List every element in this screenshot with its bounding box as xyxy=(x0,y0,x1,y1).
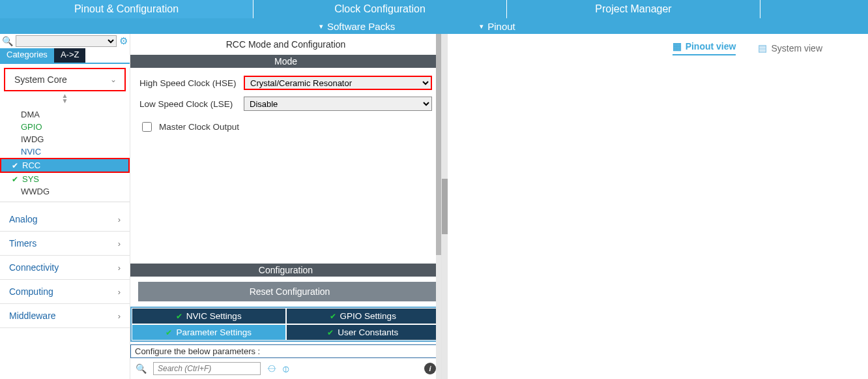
info-icon[interactable]: i xyxy=(424,363,436,374)
chevron-right-icon: › xyxy=(118,287,121,297)
tree-item-iwdg[interactable]: IWDG xyxy=(0,133,130,145)
search-icon: 🔍 xyxy=(136,363,147,374)
search-prev-icon[interactable]: ⦵ xyxy=(267,363,276,374)
dropdown-software-packs-label: Software Packs xyxy=(327,21,395,32)
category-system-core-label: System Core xyxy=(14,74,67,85)
check-icon: ✔ xyxy=(166,328,172,337)
configure-below-label: Configure the below parameters : xyxy=(130,344,441,358)
hse-select[interactable]: Crystal/Ceramic Resonator xyxy=(244,76,432,90)
category-connectivity-label: Connectivity xyxy=(9,262,59,273)
mco-label: Master Clock Output xyxy=(159,122,239,132)
gear-icon[interactable]: ⚙ xyxy=(119,35,128,47)
dropdown-pinout-label: Pinout xyxy=(487,21,515,32)
tab-clock-config[interactable]: Clock Configuration xyxy=(253,0,507,18)
tab-a-to-z[interactable]: A->Z xyxy=(54,48,86,63)
tree-item-rcc[interactable]: ✔ RCC xyxy=(0,158,130,173)
tab-project-manager[interactable]: Project Manager xyxy=(507,0,760,18)
check-icon: ✔ xyxy=(330,312,336,321)
tree-item-gpio[interactable]: GPIO xyxy=(0,121,130,133)
chevron-right-icon: › xyxy=(118,311,121,321)
lse-select[interactable]: Disable xyxy=(244,97,432,111)
pinout-panel: ▦ Pinout view ▤ System view RCC_OSC_IN R… xyxy=(442,34,868,379)
search-next-icon[interactable]: ⦶ xyxy=(283,363,289,374)
scrollbar[interactable] xyxy=(442,34,448,379)
peripheral-search-select[interactable] xyxy=(16,35,117,47)
pinout-view-label: Pinout view xyxy=(686,41,736,52)
chevron-right-icon: › xyxy=(118,215,121,224)
category-middleware-label: Middleware xyxy=(9,311,56,321)
tree-item-dma[interactable]: DMA xyxy=(0,108,130,121)
chevron-right-icon: › xyxy=(118,239,121,249)
category-system-core[interactable]: System Core ⌄ xyxy=(4,68,126,91)
system-view-button[interactable]: ▤ System view xyxy=(758,40,822,55)
chevron-down-icon: ⌄ xyxy=(110,75,117,84)
check-icon: ✔ xyxy=(327,328,334,337)
tree-item-rcc-label: RCC xyxy=(22,160,40,170)
pinout-view-button[interactable]: ▦ Pinout view xyxy=(673,40,736,55)
tab-pinout-config[interactable]: Pinout & Configuration xyxy=(0,0,253,18)
chip-icon: ▦ xyxy=(673,40,682,52)
category-computing-label: Computing xyxy=(9,286,53,297)
hse-label: High Speed Clock (HSE) xyxy=(139,78,244,88)
section-mode-header: Mode xyxy=(130,55,441,68)
peripheral-tree-panel: 🔍 ⚙ Categories A->Z System Core ⌄ ▲▼ DMA… xyxy=(0,34,130,379)
section-configuration-header: Configuration xyxy=(130,264,441,277)
tree-item-sys[interactable]: ✔ SYS xyxy=(0,173,130,185)
tab-gpio-settings[interactable]: ✔GPIO Settings xyxy=(286,308,441,324)
dropdown-software-packs[interactable]: ▾ Software Packs xyxy=(319,21,395,32)
category-analog-label: Analog xyxy=(9,214,38,224)
tab-parameter-settings[interactable]: ✔Parameter Settings xyxy=(132,324,286,341)
dropdown-pinout[interactable]: ▾ Pinout xyxy=(480,21,515,32)
scrollbar[interactable] xyxy=(436,34,441,379)
category-middleware[interactable]: Middleware› xyxy=(0,304,130,328)
check-icon: ✔ xyxy=(9,161,18,170)
search-icon: 🔍 xyxy=(2,36,13,46)
reset-configuration-button[interactable]: Reset Configuration xyxy=(138,282,441,301)
tree-updown-icon[interactable]: ▲▼ xyxy=(0,91,130,106)
check-icon: ✔ xyxy=(176,312,182,321)
category-timers-label: Timers xyxy=(9,238,36,249)
check-icon: ✔ xyxy=(9,175,18,184)
category-analog[interactable]: Analog› xyxy=(0,207,130,232)
category-connectivity[interactable]: Connectivity› xyxy=(0,256,130,280)
mco-checkbox[interactable] xyxy=(142,122,152,132)
tree-item-wwdg[interactable]: WWDG xyxy=(0,185,130,198)
tree-item-nvic[interactable]: NVIC xyxy=(0,145,130,158)
category-timers[interactable]: Timers› xyxy=(0,232,130,256)
grid-icon: ▤ xyxy=(758,42,767,54)
tree-item-sys-label: SYS xyxy=(22,174,39,184)
tab-user-constants[interactable]: ✔User Constants xyxy=(286,324,441,341)
chevron-right-icon: › xyxy=(118,263,121,273)
system-view-label: System view xyxy=(771,43,822,53)
parameter-search-input[interactable] xyxy=(153,362,261,375)
panel-title: RCC Mode and Configuration xyxy=(130,34,441,55)
tab-extra[interactable] xyxy=(760,0,868,18)
chevron-down-icon: ▾ xyxy=(480,22,484,31)
lse-label: Low Speed Clock (LSE) xyxy=(139,99,244,109)
tab-categories[interactable]: Categories xyxy=(0,48,54,63)
rcc-config-panel: RCC Mode and Configuration Mode High Spe… xyxy=(130,34,442,379)
chevron-down-icon: ▾ xyxy=(319,22,323,31)
tab-nvic-settings[interactable]: ✔NVIC Settings xyxy=(132,308,286,324)
category-computing[interactable]: Computing› xyxy=(0,280,130,304)
